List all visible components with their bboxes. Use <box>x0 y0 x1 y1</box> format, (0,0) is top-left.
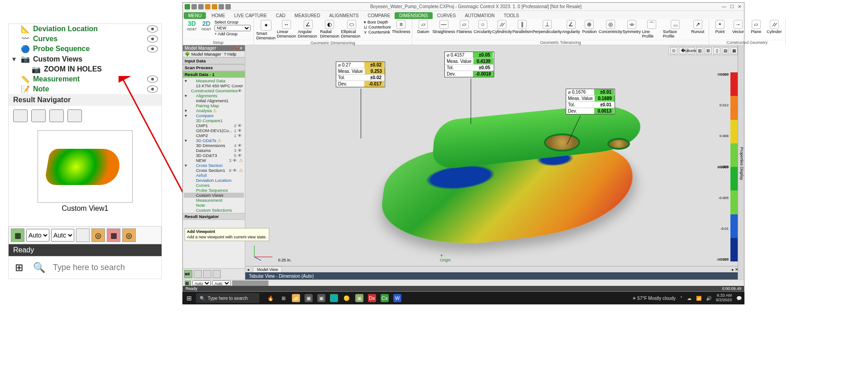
custom-view-item[interactable]: Custom View1 <box>38 130 133 213</box>
app-chrome[interactable]: 🟡 <box>343 294 351 302</box>
tab-curves[interactable]: CURVES <box>433 12 461 19</box>
tree-node[interactable]: ▾ Cross Section <box>184 163 244 168</box>
tree-node[interactable]: ▾ 3D GD&Ts ⚠ <box>184 138 244 143</box>
tree-node[interactable]: ▾ Measured Data <box>184 78 244 83</box>
thickness-button[interactable]: ≡Thickness <box>393 20 409 34</box>
vp-tool[interactable]: ▦ <box>730 47 738 54</box>
taskbar-search[interactable]: 🔍 Type here to search <box>196 293 259 303</box>
minimize-button[interactable]: — <box>722 4 726 9</box>
tree-node[interactable]: NEW 3 👁⚠ <box>184 158 244 163</box>
origin-marker[interactable]: ✶Origin <box>440 253 451 262</box>
tree-node[interactable]: Airfoil <box>184 173 244 178</box>
custom-view-thumbnail[interactable] <box>38 130 133 203</box>
footer-btn-3[interactable] <box>203 270 211 278</box>
tree-node[interactable]: ▾ Alignments <box>184 93 244 98</box>
tol-cylindricity-button[interactable]: ⌭Cylindricity <box>493 20 511 34</box>
visibility-toggle-icon[interactable] <box>147 76 158 83</box>
viewpoint-button-3[interactable] <box>49 109 64 122</box>
footer-btn-4[interactable] <box>213 270 221 278</box>
tree-node[interactable]: Note <box>184 203 244 208</box>
add-group-button[interactable]: + Add Group <box>215 32 251 36</box>
tree-node[interactable]: CMP2 1 👁 <box>184 133 244 138</box>
tol-position-button[interactable]: ⊕Position <box>581 20 597 34</box>
tree-item-deviation-location[interactable]: 📐 Deviation Location <box>9 24 162 34</box>
tool-btn-4[interactable]: ◎ <box>122 228 136 242</box>
section-result-data[interactable]: Result Data - 1 <box>183 71 245 78</box>
add-viewpoint-button[interactable]: 📷 <box>184 270 192 278</box>
section-scan-process[interactable]: Scan Process <box>183 64 245 71</box>
app-edge[interactable]: 🌐 <box>330 294 338 302</box>
app-dx[interactable]: Dx <box>368 294 376 302</box>
tree-item-measurement[interactable]: 📏 Measurement <box>9 74 162 84</box>
tree-item-custom-views[interactable]: ▾📷 Custom Views <box>9 54 162 64</box>
elliptical-dimension-button[interactable]: ⬭Elliptical Dimension <box>341 20 362 38</box>
qa-redo-icon[interactable] <box>225 4 231 9</box>
close-button[interactable]: ✕ <box>738 4 741 9</box>
app-2[interactable]: ▣ <box>317 294 325 302</box>
tree-node[interactable]: GEOM-DEV1(Co... 1 👁 <box>184 128 244 133</box>
tree-item-probe-sequence[interactable]: 🔵 Probe Sequence <box>9 44 162 54</box>
tray-wifi-icon[interactable]: 📶 <box>696 296 701 301</box>
dimension-callout[interactable]: ⌀ 0.4157±0.05Meas. Value0.4139Tol.±0.05D… <box>444 52 494 77</box>
3d-model[interactable] <box>367 95 662 253</box>
3d-viewport[interactable]: ⊙• �okument▥ ⊞▯ ▤▦ ⌀ 0.27±0.02Meas. Valu… <box>245 45 744 280</box>
tree-node[interactable]: Datums 3 👁 <box>184 148 244 153</box>
axis-triad[interactable]: 0.25 in. <box>250 243 291 262</box>
app-explorer[interactable]: 📁 <box>292 294 300 302</box>
start-button[interactable]: ⊞ <box>9 256 29 279</box>
tol-perpendicularity-button[interactable]: ⊥Perpendicularity <box>534 20 561 34</box>
tol-line-profile-button[interactable]: ⌒Line Profile <box>642 20 661 38</box>
tol-circularity-button[interactable]: ○Circularity <box>474 20 491 34</box>
tray-up-icon[interactable]: ˄ <box>680 296 682 301</box>
tool-btn-3[interactable]: ▦ <box>107 228 120 242</box>
tree-node[interactable]: Custom Selections <box>184 208 244 213</box>
tree-node[interactable]: Deviation Location <box>184 178 244 183</box>
tol-parallelism-button[interactable]: ∥Parallelism <box>513 20 532 34</box>
task-view-icon[interactable]: ⊞ <box>279 294 287 302</box>
footer-btn-2[interactable] <box>194 270 202 278</box>
maximize-button[interactable]: ☐ <box>730 4 734 9</box>
smart-dimension-button[interactable]: ✦Smart Dimension <box>257 20 275 40</box>
tab-compare[interactable]: COMPARE <box>363 12 395 19</box>
tree-node[interactable]: 3D Compare1 <box>184 118 244 123</box>
radial-dimension-button[interactable]: ◐Radial Dimension <box>320 20 339 38</box>
tray-cloud-icon[interactable]: ☁ <box>687 296 692 301</box>
auto-select-1[interactable]: Auto <box>26 229 49 242</box>
tree-node[interactable]: Cross Section1 8 👁⚠ <box>184 168 244 173</box>
qa-open-icon[interactable] <box>198 4 204 9</box>
visibility-toggle-icon[interactable] <box>147 25 158 33</box>
pin-icon[interactable]: 📌 ✕ <box>233 46 243 51</box>
status-auto-2[interactable]: Autc <box>212 280 231 286</box>
dimension-callout[interactable]: ⌀ 0.1676±0.01Meas. Value0.1689Tol.±0.01D… <box>566 89 615 114</box>
tabular-view-header[interactable]: Tabular View - Dimension (Auto) <box>245 272 744 280</box>
geo-plane-button[interactable]: ▱Plane <box>748 20 764 34</box>
tree-item-zoom-in-holes[interactable]: 📷 ZOOM IN HOLES <box>9 64 162 74</box>
app-cx[interactable]: Cx <box>381 294 389 302</box>
tab-cad[interactable]: CAD <box>272 12 290 19</box>
qa-new-icon[interactable] <box>191 4 197 9</box>
app-word[interactable]: W <box>393 294 401 302</box>
vp-tool[interactable]: ▤ <box>722 47 729 54</box>
visibility-toggle-icon[interactable] <box>147 35 158 43</box>
tray-volume-icon[interactable]: 🔊 <box>706 296 711 301</box>
tol-concentricity-button[interactable]: ◎Concentricity <box>599 20 621 34</box>
tab-dimensions[interactable]: DIMENSIONS <box>395 12 432 19</box>
panel-header[interactable]: Model Manager📌 ✕ <box>183 45 245 51</box>
status-tool[interactable] <box>267 280 268 286</box>
tree-node[interactable]: 13 KTM 450 WPC Cover <box>184 83 244 88</box>
model-view-tab[interactable]: Model View <box>253 266 282 273</box>
app-3[interactable]: ▣ <box>355 294 363 302</box>
tol-angularity-button[interactable]: ∠Angularity <box>563 20 579 34</box>
status-btn[interactable]: ▦ <box>185 280 191 286</box>
vp-tool[interactable]: ▯ <box>713 47 720 54</box>
geo-cylinder-button[interactable]: ⌭Cylinder <box>766 20 782 34</box>
app-1[interactable]: ▣ <box>305 294 313 302</box>
tree-node[interactable]: 3D Dimensions 4 👁 <box>184 143 244 148</box>
hole-feature-2[interactable] <box>607 138 630 150</box>
auto-select-2[interactable]: Autc <box>51 229 74 242</box>
flame-icon[interactable]: 🔥 <box>267 294 275 302</box>
tree-item-note[interactable]: 📝 Note <box>9 84 162 94</box>
tol-flatness-button[interactable]: ▱Flatness <box>456 20 472 34</box>
angular-dimension-button[interactable]: ∠Angular Dimension <box>298 20 318 38</box>
geo-point-button[interactable]: •Point <box>712 20 728 34</box>
